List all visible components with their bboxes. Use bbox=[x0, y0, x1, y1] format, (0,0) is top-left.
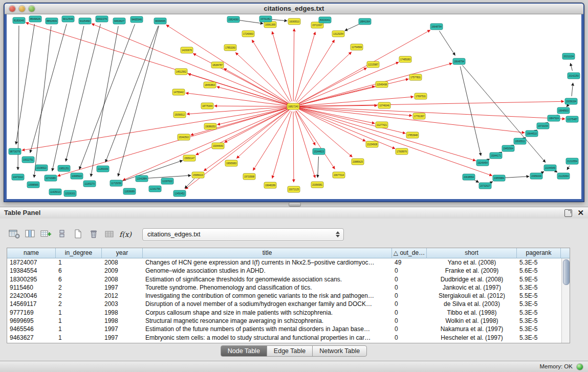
table-select[interactable]: citations_edges.txt bbox=[142, 228, 344, 241]
cell-name[interactable]: 14569117 bbox=[7, 300, 56, 308]
edit-column-button[interactable] bbox=[39, 228, 53, 241]
graph-node[interactable]: 20885625 bbox=[352, 159, 364, 165]
tab-network-table[interactable]: Network Table bbox=[312, 345, 367, 357]
graph-node[interactable]: 21044949 bbox=[544, 165, 556, 171]
column-header-pagerank[interactable]: pagerank bbox=[517, 248, 561, 258]
graph-node[interactable]: 18775344 bbox=[201, 103, 213, 109]
graph-node[interactable]: 15650147 bbox=[183, 155, 195, 161]
graph-node[interactable]: 17577831 bbox=[409, 74, 422, 80]
column-header-in_degree[interactable]: in_degree bbox=[56, 248, 102, 258]
cell-in_degree[interactable]: 1 bbox=[56, 334, 102, 342]
graph-node[interactable]: 10022751 bbox=[22, 157, 34, 163]
cell-short[interactable]: Stergiakouli et al. (2012) bbox=[427, 292, 517, 300]
graph-node[interactable]: 17485083 bbox=[399, 56, 411, 62]
graph-node[interactable]: 16648794 bbox=[430, 24, 443, 30]
cell-title[interactable]: Estimation of significance thresholds fo… bbox=[143, 275, 392, 283]
cell-pagerank[interactable]: 5.3E-5 bbox=[517, 300, 561, 308]
graph-node[interactable]: 11839989 bbox=[123, 188, 136, 194]
graph-node[interactable]: 16961369 bbox=[264, 21, 276, 28]
graph-node[interactable]: 17853260 bbox=[224, 45, 236, 51]
table-row[interactable]: 1938455462009Genome–wide association stu… bbox=[7, 267, 570, 275]
cell-in_degree[interactable]: 6 bbox=[56, 267, 102, 275]
cell-year[interactable]: 2008 bbox=[102, 275, 143, 283]
cell-in_degree[interactable]: 2 bbox=[56, 283, 102, 292]
cell-year[interactable]: 1998 bbox=[102, 309, 143, 317]
cell-out_degree[interactable]: 0 bbox=[392, 292, 427, 300]
cell-in_degree[interactable]: 1 bbox=[56, 317, 102, 325]
cell-short[interactable]: de Silva et al. (2003) bbox=[427, 300, 517, 308]
graph-node[interactable]: 9012546 bbox=[62, 16, 74, 22]
rows-button[interactable] bbox=[55, 228, 69, 241]
graph-node[interactable]: 19847924 bbox=[548, 115, 560, 121]
cell-title[interactable]: Corpus callosum shape and size in male p… bbox=[143, 309, 392, 317]
graph-node[interactable]: 18184787 bbox=[211, 62, 224, 68]
graph-node[interactable]: 20677014 bbox=[333, 172, 345, 178]
graph-node[interactable]: 12450452 bbox=[173, 190, 186, 196]
cell-year[interactable]: 2003 bbox=[102, 300, 143, 308]
graph-node[interactable]: 19086053 bbox=[204, 123, 216, 129]
graph-node[interactable]: 11425013 bbox=[49, 189, 61, 195]
graph-node[interactable]: 17761367 bbox=[413, 113, 425, 119]
cell-year[interactable]: 1998 bbox=[102, 317, 143, 325]
column-header-out_de[interactable]: △ out_de… bbox=[392, 248, 427, 258]
cell-name[interactable]: 9463627 bbox=[7, 334, 56, 342]
graph-node[interactable]: 12215987 bbox=[367, 61, 379, 68]
graph-node[interactable]: 18450863 bbox=[204, 82, 216, 88]
table-row[interactable]: 1830029562008Estimation of significance … bbox=[7, 275, 570, 283]
cell-out_degree[interactable]: 0 bbox=[392, 300, 427, 308]
function-builder-button[interactable]: f(x) bbox=[118, 228, 133, 241]
table-row[interactable]: 946554611997Estimation of the future num… bbox=[7, 325, 570, 333]
cell-out_degree[interactable]: 0 bbox=[392, 309, 427, 317]
table-row[interactable]: 2242004622012Investigating the contribut… bbox=[7, 292, 570, 300]
graph-node[interactable]: 19344640 bbox=[212, 143, 224, 149]
cell-short[interactable]: Dudbridge et al. (2008) bbox=[427, 275, 517, 283]
cell-short[interactable]: Hescheler et al. (1997) bbox=[427, 334, 517, 342]
table-row[interactable]: 977716911998Corpus callosum shape and si… bbox=[7, 309, 570, 317]
cell-title[interactable]: Investigating the contribution of common… bbox=[143, 292, 392, 300]
cell-short[interactable]: Wolkin et al. (1998) bbox=[427, 317, 517, 325]
graph-node[interactable]: 21277421 bbox=[376, 122, 388, 128]
cell-in_degree[interactable]: 1 bbox=[56, 325, 102, 333]
cell-out_degree[interactable]: 0 bbox=[392, 334, 427, 342]
graph-node[interactable]: 10746046 bbox=[378, 102, 390, 108]
graph-node[interactable]: 10851251 bbox=[58, 165, 70, 171]
cell-pagerank[interactable]: 5.3E-5 bbox=[517, 334, 561, 342]
graph-node[interactable]: 9115460 bbox=[79, 18, 91, 24]
graph-node[interactable]: 19450564 bbox=[502, 145, 514, 151]
cell-name[interactable]: 19384554 bbox=[7, 267, 56, 275]
cell-name[interactable]: 9465546 bbox=[7, 325, 56, 333]
cell-in_degree[interactable]: 2 bbox=[56, 300, 102, 308]
graph-node[interactable]: 21210554 bbox=[566, 158, 578, 164]
cell-year[interactable]: 1997 bbox=[102, 283, 143, 292]
cell-year[interactable]: 2008 bbox=[102, 258, 143, 267]
close-window-button[interactable] bbox=[9, 6, 15, 12]
graph-node[interactable]: 19344171 bbox=[490, 152, 502, 159]
cell-out_degree[interactable]: 49 bbox=[392, 258, 427, 267]
cell-short[interactable]: Tibbo et al. (1998) bbox=[427, 309, 517, 317]
graph-node[interactable]: 20072125 bbox=[288, 186, 300, 192]
graph-node[interactable]: 8303041 bbox=[319, 17, 331, 23]
cell-title[interactable]: Structural magnetic resonance image aver… bbox=[143, 317, 392, 325]
graph-node[interactable]: 8852839 bbox=[46, 18, 58, 24]
graph-node[interactable]: 20732627 bbox=[479, 183, 491, 189]
graph-node[interactable]: 17908976 bbox=[396, 148, 408, 155]
show-columns-button[interactable] bbox=[23, 228, 37, 241]
graph-node[interactable]: 20056334 bbox=[565, 98, 577, 104]
cell-short[interactable]: Jankovic et al. (1997) bbox=[427, 283, 517, 292]
graph-node[interactable]: 17240663 bbox=[242, 31, 254, 37]
cell-title[interactable]: Embryonic stem cells: a model to study s… bbox=[143, 334, 392, 342]
graph-node[interactable]: 20356581 bbox=[311, 182, 323, 188]
cell-pagerank[interactable]: 5.3E-5 bbox=[517, 309, 561, 317]
graph-node[interactable]: 17853948 bbox=[406, 132, 419, 138]
graph-node[interactable]: 20142250 bbox=[568, 73, 580, 79]
graph-node[interactable]: 9465546 bbox=[130, 16, 143, 23]
graph-node[interactable]: 19733154 bbox=[537, 123, 549, 129]
graph-node[interactable]: 10196522 bbox=[35, 165, 48, 171]
graph-node[interactable]: 19565511 bbox=[514, 138, 526, 144]
graph-node[interactable]: 21129364 bbox=[557, 173, 570, 179]
cell-name[interactable]: 18724007 bbox=[7, 258, 56, 267]
graph-node[interactable]: 20855884 bbox=[493, 175, 505, 181]
graph-node[interactable]: 19948289 bbox=[264, 182, 276, 188]
graph-node[interactable]: 10995922 bbox=[71, 173, 83, 179]
graph-node[interactable]: 11165270 bbox=[83, 181, 96, 187]
